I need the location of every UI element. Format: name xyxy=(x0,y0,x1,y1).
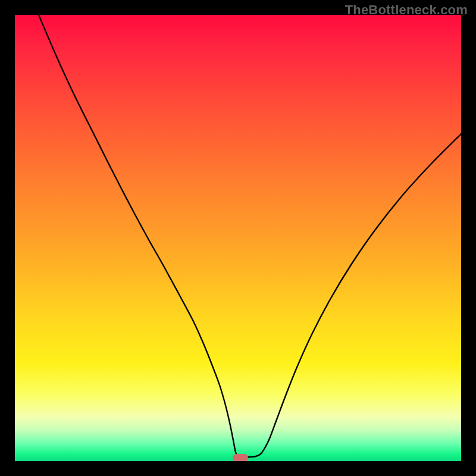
plot-area xyxy=(15,15,461,461)
optimum-marker xyxy=(233,454,248,461)
bottleneck-curve xyxy=(15,15,461,461)
chart-frame: TheBottleneck.com xyxy=(0,0,476,476)
